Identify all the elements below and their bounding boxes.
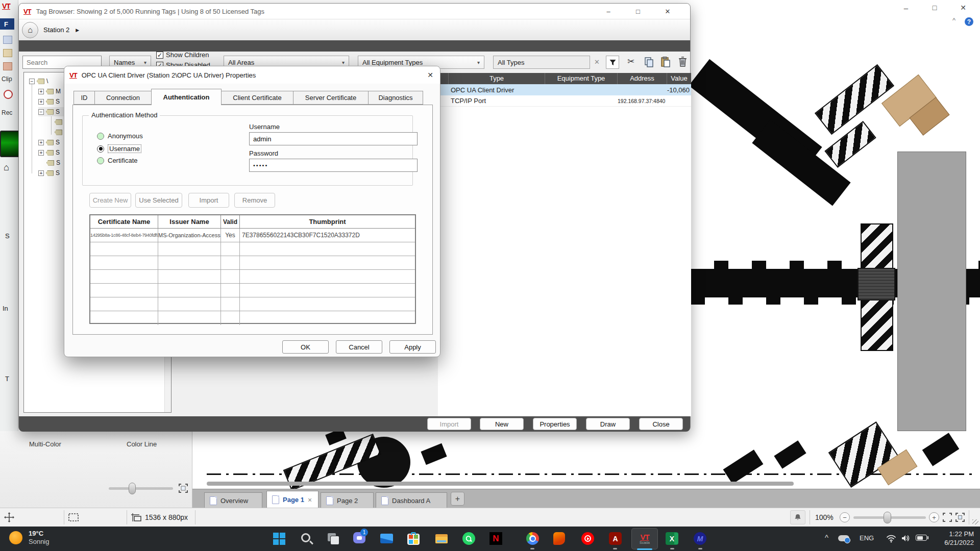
clear-filter-icon[interactable]: ✕	[594, 58, 600, 66]
expand-icon[interactable]: +	[38, 170, 44, 176]
import-button[interactable]: Import	[427, 418, 471, 430]
fit-selection-icon[interactable]	[955, 513, 965, 522]
mail-icon[interactable]	[380, 532, 394, 545]
tree-item[interactable]: + S	[38, 148, 60, 157]
cancel-button[interactable]: Cancel	[336, 340, 382, 354]
start-button[interactable]	[273, 532, 286, 545]
username-field[interactable]	[249, 132, 418, 145]
dialog-close-button[interactable]: ✕	[420, 66, 441, 84]
canvas-h-scrollbar[interactable]	[207, 482, 794, 486]
breadcrumb-arrow-icon[interactable]: ▶	[76, 28, 79, 33]
search-icon[interactable]	[300, 532, 313, 545]
onedrive-icon[interactable]	[838, 535, 849, 541]
m-app-icon[interactable]: M	[694, 532, 707, 545]
properties-button[interactable]: Properties	[533, 418, 577, 430]
zoom-out-button[interactable]: −	[840, 512, 850, 522]
file-explorer-icon[interactable]	[435, 532, 448, 545]
use-selected-button[interactable]: Use Selected	[135, 193, 182, 208]
certificate-empty-row[interactable]	[90, 284, 415, 297]
certificate-row[interactable]: 14295b8a-1c86-48cf-8eb4-7940fdf92 MS-Org…	[90, 229, 415, 242]
new-button[interactable]: New	[480, 418, 524, 430]
close-button[interactable]: ✕	[656, 4, 679, 19]
fit-view-icon[interactable]	[179, 484, 188, 493]
panel-zoom-slider-thumb[interactable]	[129, 483, 136, 494]
dialog-titlebar[interactable]: VT OPC UA Client Driver (Station 2\OPC U…	[64, 66, 440, 84]
radio-username[interactable]: Username	[97, 144, 141, 153]
tree-item[interactable]: S	[46, 158, 60, 167]
wifi-icon[interactable]	[886, 534, 896, 543]
fit-page-icon[interactable]	[943, 513, 952, 522]
column-header-equipment-type[interactable]: Equipment Type	[545, 73, 618, 84]
draw-button[interactable]: Draw	[586, 418, 630, 430]
import-certificate-button[interactable]: Import	[188, 193, 229, 208]
apply-button[interactable]: Apply	[389, 340, 436, 354]
radio-certificate[interactable]: Certificate	[97, 157, 138, 164]
toolbar-icon-fragment[interactable]	[3, 49, 12, 57]
minimize-button[interactable]: –	[597, 4, 620, 19]
resize-grip[interactable]	[972, 519, 978, 524]
tag-browser-titlebar[interactable]: VT Tag Browser: Showing 2 of 5,000 Runni…	[19, 4, 690, 19]
filter-button[interactable]	[606, 56, 619, 69]
battery-icon[interactable]	[916, 535, 927, 541]
maximize-button[interactable]: □	[626, 4, 650, 19]
help-icon[interactable]: ?	[965, 17, 973, 26]
office-icon[interactable]	[553, 532, 567, 545]
netflix-icon[interactable]: N	[489, 532, 503, 545]
collapse-icon[interactable]: −	[29, 79, 35, 84]
create-new-button[interactable]: Create New	[89, 193, 131, 208]
toolbar-icon-fragment[interactable]	[3, 36, 12, 44]
cert-col-valid[interactable]: Valid	[221, 215, 240, 228]
whatsapp-icon[interactable]	[462, 532, 476, 545]
tree-item-child[interactable]	[55, 128, 62, 137]
certificate-empty-row[interactable]	[90, 297, 415, 311]
radio-anonymous[interactable]: Anonymous	[97, 132, 143, 140]
alarm-bell-button[interactable]	[790, 510, 805, 524]
tab-server-certificate[interactable]: Server Certificate	[293, 91, 369, 105]
toolbar-icon-fragment[interactable]	[3, 62, 12, 70]
column-header-value[interactable]: Value	[667, 73, 691, 84]
file-menu-fragment[interactable]: F	[0, 18, 14, 30]
certificate-empty-row[interactable]	[90, 270, 415, 284]
ribbon-collapse-icon[interactable]: ^	[952, 16, 955, 24]
tree-item-child[interactable]	[55, 117, 62, 127]
app-close-button[interactable]: ✕	[951, 1, 975, 14]
certificate-empty-row[interactable]	[90, 256, 415, 270]
expand-icon[interactable]: +	[38, 99, 44, 105]
clock-icon[interactable]	[4, 90, 13, 99]
tree-item-root[interactable]: − \	[29, 77, 48, 86]
home-button[interactable]: ⌂	[22, 22, 38, 38]
teams-chat-icon[interactable]: 1	[353, 532, 366, 545]
expand-icon[interactable]: +	[38, 140, 44, 145]
tree-item[interactable]: + S	[38, 97, 60, 106]
paste-icon[interactable]	[661, 57, 670, 67]
add-tab-button[interactable]: +	[451, 492, 464, 506]
zoom-in-button[interactable]: +	[929, 512, 939, 522]
expand-icon[interactable]: +	[38, 150, 44, 156]
tree-item[interactable]: + S	[38, 168, 60, 178]
tab-authentication[interactable]: Authentication	[151, 89, 222, 105]
cert-col-issuer[interactable]: Issuer Name	[158, 215, 221, 228]
certificate-empty-row[interactable]	[90, 311, 415, 325]
tab-id[interactable]: ID	[74, 91, 95, 105]
tree-item[interactable]: + M	[38, 87, 61, 96]
collapse-icon[interactable]: −	[38, 109, 44, 115]
home-icon[interactable]: ⌂	[4, 162, 9, 173]
youtube-music-icon[interactable]	[581, 532, 595, 545]
tab-diagnostics[interactable]: Diagnostics	[368, 91, 423, 105]
column-header-address[interactable]: Address	[618, 73, 667, 84]
password-field[interactable]	[249, 159, 418, 172]
all-types-combo[interactable]: All Types	[493, 56, 590, 69]
certificate-empty-row[interactable]	[90, 242, 415, 256]
ok-button[interactable]: OK	[282, 340, 329, 354]
vtscada-taskbar-tile[interactable]: VT Scada	[631, 528, 658, 549]
move-tool-icon[interactable]	[4, 512, 14, 522]
cert-col-thumbprint[interactable]: Thumbprint	[240, 215, 415, 228]
tab-connection[interactable]: Connection	[94, 91, 152, 105]
close-button[interactable]: Close	[639, 418, 683, 430]
column-header-type[interactable]: Type	[449, 73, 545, 84]
table-row[interactable]: TCP/IP Port 192.168.97.37:4840	[438, 95, 691, 107]
tree-item[interactable]: + S	[38, 138, 60, 147]
remove-certificate-button[interactable]: Remove	[234, 193, 275, 208]
tab-overview[interactable]: Overview	[204, 492, 262, 508]
tab-page-1[interactable]: Page 1 ×	[266, 491, 318, 508]
